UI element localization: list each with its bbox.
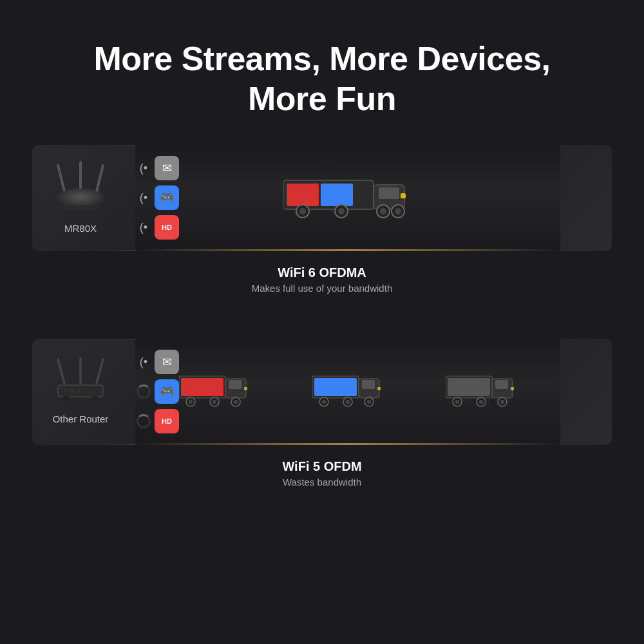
- other-email-badge: ✉: [155, 350, 179, 374]
- svg-line-2: [97, 166, 103, 191]
- other-icon-row-gaming: 🎮: [137, 379, 179, 404]
- other-router-desc: WiFi 5 OFDM Wastes bandwidth: [32, 459, 612, 488]
- other-router-image: Other Router: [32, 353, 129, 431]
- svg-line-0: [58, 166, 64, 191]
- mr80x-router-icon: [48, 156, 113, 220]
- svg-rect-8: [321, 184, 353, 206]
- email-badge: ✉: [155, 156, 179, 180]
- mr80x-road: [135, 145, 560, 251]
- svg-point-14: [338, 208, 345, 214]
- other-router-label: Other Router: [53, 413, 109, 424]
- wifi6-desc: Makes full use of your bandwidth: [32, 283, 612, 294]
- mr80x-icons: (• ✉ (• 🎮 (• HD: [129, 149, 193, 246]
- svg-point-25: [70, 389, 74, 393]
- svg-point-26: [77, 389, 80, 393]
- svg-rect-32: [229, 380, 242, 389]
- svg-rect-10: [379, 187, 399, 199]
- svg-rect-52: [448, 378, 490, 396]
- other-router-panel: Other Router: [32, 339, 612, 445]
- gaming-loading-ring: [137, 384, 151, 399]
- truck-3: [446, 371, 516, 412]
- svg-rect-54: [495, 380, 508, 389]
- svg-rect-19: [401, 193, 406, 198]
- other-router-road-content: [135, 339, 560, 445]
- icon-row-gaming: (• 🎮: [137, 185, 179, 210]
- page-title: More Streams, More Devices, More Fun: [93, 39, 550, 119]
- icon-row-hd: (• HD: [137, 215, 179, 240]
- svg-rect-7: [287, 184, 319, 206]
- svg-point-58: [479, 400, 483, 404]
- other-icon-row-email: (• ✉: [137, 350, 179, 374]
- svg-line-20: [58, 359, 64, 383]
- wifi5-label: WiFi 5 OFDM: [32, 459, 612, 474]
- svg-rect-39: [244, 387, 247, 390]
- svg-point-18: [395, 208, 401, 214]
- gaming-badge: 🎮: [155, 185, 179, 210]
- svg-rect-27: [63, 396, 70, 401]
- icon-row-email: (• ✉: [137, 156, 179, 180]
- truck-2: [312, 371, 383, 412]
- svg-rect-61: [511, 387, 514, 390]
- other-gaming-badge: 🎮: [155, 379, 179, 404]
- hd-loading-ring: [137, 414, 151, 428]
- big-truck: [283, 171, 412, 225]
- mr80x-label: MR80X: [64, 223, 97, 234]
- wifi-signal-email: (•: [137, 162, 151, 175]
- svg-point-47: [346, 400, 350, 404]
- svg-point-38: [234, 400, 238, 404]
- mr80x-panel: MR80X: [32, 145, 612, 251]
- title-line1: More Streams, More Devices,: [93, 39, 550, 79]
- other-hd-badge: HD: [155, 409, 179, 433]
- svg-rect-43: [362, 380, 375, 389]
- other-wifi-signal-email: (•: [137, 355, 151, 369]
- comparison-section-bottom: Other Router: [32, 339, 612, 507]
- trucks-row: [135, 371, 560, 412]
- other-icon-row-hd: HD: [137, 409, 179, 433]
- other-router-icons: (• ✉ 🎮 HD: [129, 343, 193, 440]
- title-line2: More Fun: [93, 79, 550, 118]
- mr80x-road-content: [135, 145, 560, 251]
- wifi-signal-gaming: (•: [137, 191, 151, 205]
- svg-rect-5: [61, 205, 100, 211]
- svg-point-45: [322, 400, 326, 404]
- mr80x-router-image: MR80X: [32, 156, 129, 240]
- other-router-icon: [52, 353, 109, 411]
- svg-point-49: [367, 400, 371, 404]
- wifi5-desc: Wastes bandwidth: [32, 477, 612, 488]
- mr80x-desc: WiFi 6 OFDMA Makes full use of your band…: [32, 265, 612, 294]
- other-router-road: [135, 339, 560, 445]
- svg-point-16: [380, 208, 386, 214]
- comparison-section-top: MR80X: [32, 145, 612, 313]
- svg-rect-50: [377, 387, 381, 390]
- svg-point-24: [64, 389, 68, 393]
- svg-point-60: [500, 400, 504, 404]
- svg-point-56: [455, 400, 459, 404]
- svg-point-36: [213, 400, 216, 404]
- wifi-signal-hd: (•: [137, 221, 151, 234]
- svg-rect-41: [314, 378, 357, 396]
- hd-badge: HD: [155, 215, 179, 240]
- svg-line-22: [97, 359, 103, 383]
- wifi6-label: WiFi 6 OFDMA: [32, 265, 612, 280]
- svg-point-12: [299, 208, 306, 214]
- svg-rect-28: [91, 396, 98, 401]
